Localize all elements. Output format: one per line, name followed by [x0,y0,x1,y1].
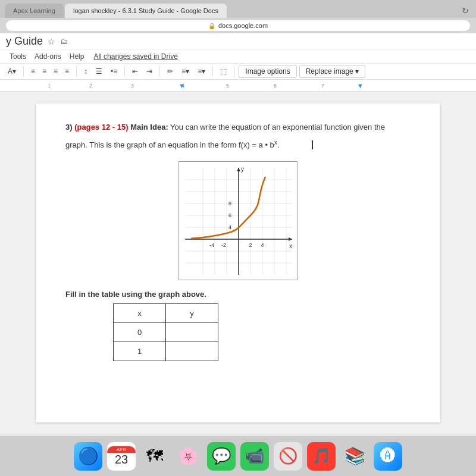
fill-table-label: Fill in the table using the graph above. [65,290,411,299]
image-options-button[interactable]: Image options [239,65,296,78]
align-center-btn[interactable]: ≡ [39,66,49,77]
autosave-message: All changes saved in Drive [93,52,177,61]
doc-title: y Guide [6,35,43,48]
exponential-graph[interactable]: x y -4 -2 2 4 8 6 4 [178,161,298,280]
svg-text:4: 4 [261,242,264,248]
separator6 [234,66,234,77]
dock-facetime[interactable]: 📹 [240,442,269,471]
menu-tools[interactable]: Tools [6,51,30,62]
dock-calendar[interactable]: APR 23 [107,442,136,471]
svg-text:4: 4 [228,224,231,230]
svg-text:6: 6 [228,212,231,218]
table-row: 1 [114,342,218,361]
indent-more-btn[interactable]: ⇥ [143,66,155,77]
svg-text:-4: -4 [209,242,214,248]
svg-text:x: x [289,243,292,249]
color-fill-btn[interactable]: ≡▾ [195,66,208,77]
align-right-btn[interactable]: ≡ [51,66,61,77]
folder-icon[interactable]: 🗂 [60,37,68,46]
separator1 [23,66,24,77]
menu-help[interactable]: Help [66,51,88,62]
col-header-y: y [166,303,218,322]
row1-y[interactable] [166,322,218,342]
table-row: 0 [114,322,218,342]
pages-ref: (pages 12 - 15) [74,123,128,131]
dock-photos[interactable]: 🌸 [174,442,202,471]
svg-text:2: 2 [249,242,252,248]
dock-books[interactable]: 📚 [340,442,369,471]
macos-dock: 🔵 APR 23 🗺 🌸 💬 📹 🚫 🎵 📚 🅐 [0,436,476,476]
tab-apex[interactable]: Apex Learning [5,4,64,18]
crop-btn[interactable]: ⬚ [217,66,230,77]
ruler: 1 2 3 ▼ 4 5 6 ▼ 7 [0,80,476,92]
problem-text-line2: graph. This is the graph of an equation … [65,137,411,152]
line-style-btn[interactable]: ≡▾ [178,66,192,77]
dock-finder[interactable]: 🔵 [74,442,102,471]
dock-maps[interactable]: 🗺 [140,442,169,471]
table-section: Fill in the table using the graph above.… [65,290,411,361]
svg-text:y: y [241,166,244,173]
indent-less-btn[interactable]: ⇤ [129,66,141,77]
replace-image-button[interactable]: Replace image ▾ [299,65,365,78]
align-left-btn[interactable]: ≡ [28,66,38,77]
problem-text-line1: 3) (pages 12 - 15) Main Idea: You can wr… [65,121,411,134]
line-spacing-btn[interactable]: ↕ [81,66,90,77]
doc-page: 3) (pages 12 - 15) Main Idea: You can wr… [36,104,440,422]
svg-marker-19 [237,168,240,171]
row1-x: 0 [114,322,166,342]
dock-music[interactable]: 🎵 [307,442,336,471]
list-btn[interactable]: ☰ [93,66,105,77]
menu-addons[interactable]: Add-ons [31,51,65,62]
doc-content-area: 3) (pages 12 - 15) Main Idea: You can wr… [0,92,476,434]
dock-do-not-disturb[interactable]: 🚫 [274,442,302,471]
row2-y[interactable] [166,342,218,361]
svg-marker-18 [289,237,292,241]
bullet-btn[interactable]: •≡ [108,66,120,77]
separator2 [76,66,77,77]
separator4 [159,66,160,77]
row2-x: 1 [114,342,166,361]
data-table: x y 0 1 [113,303,218,361]
main-idea-label: Main Idea: [130,123,168,131]
reload-button[interactable]: ↻ [459,4,471,18]
text-color-button[interactable]: A▾ [5,66,19,77]
svg-text:-2: -2 [221,242,226,248]
align-justify-btn[interactable]: ≡ [62,66,72,77]
separator5 [212,66,213,77]
tab-docs[interactable]: logan shockley - 6.3.1 Study Guide - Goo… [65,4,227,18]
address-bar[interactable]: 🔒 docs.google.com [6,20,470,31]
graph-container: x y -4 -2 2 4 8 6 4 [65,161,411,280]
separator3 [124,66,125,77]
star-icon[interactable]: ☆ [48,37,55,46]
col-header-x: x [114,303,166,322]
dock-messages[interactable]: 💬 [207,442,236,471]
dock-app-store[interactable]: 🅐 [374,442,402,471]
svg-text:8: 8 [228,201,231,206]
lock-icon: 🔒 [208,23,215,29]
cursor-marker [312,140,315,149]
paint-format-btn[interactable]: ✏ [164,66,176,77]
